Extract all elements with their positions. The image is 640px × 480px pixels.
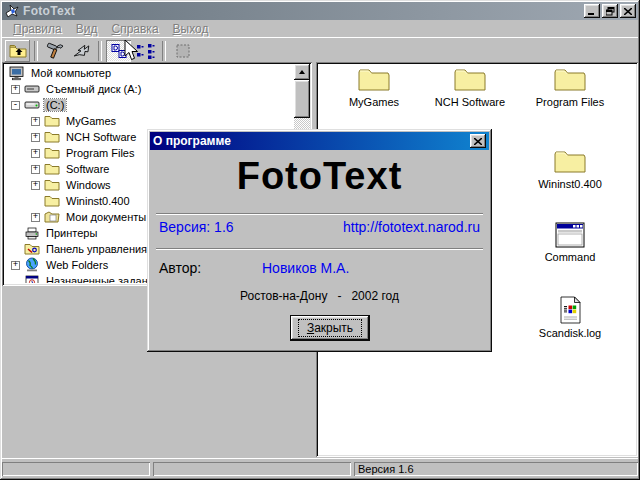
web-folders-globe-icon — [24, 257, 40, 273]
tree-item-label[interactable]: NCH Software — [64, 131, 138, 143]
up-level-button[interactable] — [5, 40, 30, 62]
tree-item-mygames[interactable]: + MyGames — [5, 113, 293, 129]
folder-icon — [554, 148, 586, 175]
tools-hammer-icon — [45, 42, 65, 60]
separator — [156, 213, 483, 215]
status-panel-2 — [153, 462, 351, 476]
expand-toggle[interactable]: + — [31, 165, 40, 174]
tree-item-label[interactable]: Съемный диск (A:) — [44, 83, 143, 95]
tree-item-label[interactable]: Принтеры — [44, 227, 99, 239]
close-icon — [474, 138, 482, 145]
menu-vykhod[interactable]: Выход — [166, 21, 216, 37]
tools-button[interactable] — [42, 40, 67, 62]
minimize-button[interactable] — [584, 4, 600, 18]
expand-toggle[interactable]: + — [31, 149, 40, 158]
folder-icon — [358, 66, 390, 93]
expand-toggle[interactable]: + — [11, 85, 20, 94]
tree-item-label[interactable]: Мои документы — [64, 211, 148, 223]
window-titlebar[interactable]: FotoText — [2, 2, 638, 20]
arrow-up-icon — [299, 70, 305, 74]
file-item-mygames[interactable]: MyGames — [328, 66, 420, 108]
tree-item-label[interactable]: Мой компьютер — [29, 67, 113, 79]
folder-icon — [44, 177, 60, 193]
tree-item-label[interactable]: (C:) — [44, 99, 66, 111]
expand-toggle[interactable]: + — [31, 181, 40, 190]
selection-rect-button[interactable] — [170, 40, 195, 62]
file-item-program-files[interactable]: Program Files — [524, 66, 616, 108]
tree-item-label[interactable]: Web Folders — [44, 259, 110, 271]
folder-icon — [554, 66, 586, 93]
file-label[interactable]: Command — [524, 251, 616, 263]
expand-toggle[interactable]: + — [11, 261, 20, 270]
close-button[interactable] — [620, 4, 636, 18]
dialog-close-action-button[interactable]: Закрыть — [290, 315, 370, 341]
author-name: Новиков М.А. — [262, 260, 349, 276]
tree-item-label[interactable]: Панель управления — [44, 243, 149, 255]
separator — [156, 248, 483, 250]
scroll-up-button[interactable] — [294, 64, 310, 80]
expand-toggle[interactable]: + — [31, 133, 40, 142]
status-panel-1 — [2, 462, 150, 476]
log-document-icon — [559, 296, 582, 324]
author-label: Автор: — [159, 260, 201, 276]
file-label[interactable]: Wininst0.400 — [524, 178, 616, 190]
expand-toggle[interactable]: - — [11, 101, 20, 110]
application-window-icon — [555, 222, 585, 248]
tree-item-label[interactable]: Program Files — [64, 147, 136, 159]
toolbar-separator — [34, 41, 38, 61]
app-logo-icon — [4, 3, 20, 19]
restore-button[interactable] — [602, 4, 618, 18]
menu-bar: Правила Вид Справка Выход — [2, 20, 638, 37]
select-items-button[interactable] — [133, 40, 158, 62]
status-bar: Версия 1.6 — [2, 458, 638, 478]
control-panel-icon — [24, 241, 40, 257]
file-label[interactable]: Program Files — [524, 96, 616, 108]
tree-item-label[interactable]: Software — [64, 163, 111, 175]
tree-item-label[interactable]: Назначенные задан — [44, 275, 150, 283]
expand-toggle[interactable]: + — [31, 117, 40, 126]
tree-item-drive-c[interactable]: - (C:) — [5, 97, 293, 113]
floppy-drive-icon — [24, 81, 40, 97]
file-item-nch-software[interactable]: NCH Software — [424, 66, 516, 108]
folder-icon — [44, 113, 60, 129]
tree-item-floppy-a[interactable]: + Съемный диск (A:) — [5, 81, 293, 97]
status-panel-version: Версия 1.6 — [354, 462, 638, 476]
tree-item-label[interactable]: MyGames — [64, 115, 118, 127]
my-documents-icon — [44, 209, 60, 225]
file-label[interactable]: NCH Software — [424, 96, 516, 108]
about-dialog: О программе FotoText Версия: 1.6 http://… — [147, 129, 492, 352]
folder-icon — [44, 193, 60, 209]
file-item-command[interactable]: Command — [524, 222, 616, 263]
details-view-button[interactable] — [106, 40, 131, 62]
dialog-app-name: FotoText — [147, 155, 492, 198]
expand-toggle[interactable]: + — [31, 213, 40, 222]
file-label[interactable]: Scandisk.log — [524, 327, 616, 339]
scroll-thumb[interactable] — [294, 80, 310, 118]
dialog-titlebar[interactable]: О программе — [150, 132, 489, 150]
menu-pravila[interactable]: Правила — [6, 21, 69, 37]
printers-icon — [24, 225, 40, 241]
close-icon — [624, 8, 632, 15]
status-version-text: Версия 1.6 — [358, 463, 414, 475]
dialog-close-button[interactable] — [470, 134, 486, 148]
tree-item-my-computer[interactable]: Мой компьютер — [5, 65, 293, 81]
tree-item-label[interactable]: Windows — [64, 179, 113, 191]
up-level-folder-icon — [8, 42, 28, 60]
tree-item-label[interactable]: Wininst0.400 — [64, 195, 132, 207]
folder-icon — [44, 145, 60, 161]
version-text: Версия: 1.6 — [159, 219, 234, 235]
menu-vid[interactable]: Вид — [69, 21, 105, 37]
file-item-scandisk-log[interactable]: Scandisk.log — [524, 296, 616, 339]
folder-icon — [454, 66, 486, 93]
file-label[interactable]: MyGames — [328, 96, 420, 108]
file-item-wininst[interactable]: Wininst0.400 — [524, 148, 616, 190]
menu-spravka[interactable]: Справка — [104, 21, 165, 37]
run-button[interactable] — [69, 40, 94, 62]
website-link[interactable]: http://fototext.narod.ru — [343, 219, 480, 235]
selection-rect-icon — [173, 42, 193, 60]
arrow-3d-icon — [72, 42, 92, 60]
window-title: FotoText — [23, 4, 75, 18]
folder-icon — [44, 161, 60, 177]
computer-icon — [9, 65, 25, 81]
hard-drive-icon — [24, 97, 40, 113]
